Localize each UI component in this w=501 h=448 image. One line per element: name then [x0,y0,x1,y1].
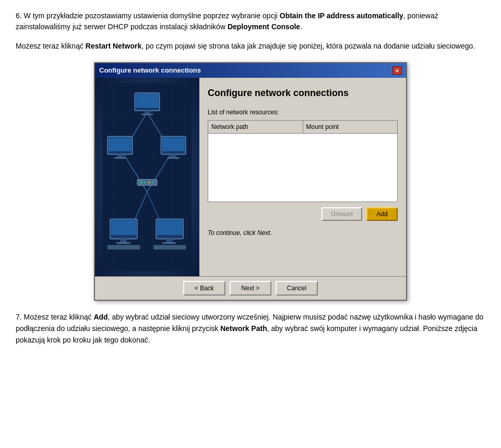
restart-text-before: Możesz teraz kliknąć [16,42,86,50]
svg-rect-27 [120,239,127,242]
dialog-body: Configure network connections List of ne… [95,78,406,276]
dialog-heading: Configure network connections [208,86,398,100]
p6-bold1: Obtain the IP address automatically [280,11,403,20]
back-button[interactable]: < Back [183,281,225,296]
next-button[interactable]: Next > [230,281,271,296]
svg-rect-13 [109,137,132,151]
paragraph-restart: Możesz teraz kliknąć Restart Network, po… [16,41,485,52]
table-body [208,134,397,202]
dialog-title: Configure network connections [99,65,201,76]
svg-point-22 [144,181,146,183]
p6-text-before: 6. W tym przykładzie pozostawiamy ustawi… [16,11,280,20]
svg-rect-14 [117,154,123,157]
dialog-window: Configure network connections × [94,62,407,301]
svg-rect-32 [162,242,176,244]
dialog-titlebar: Configure network connections × [95,63,406,78]
svg-rect-34 [153,245,186,249]
network-svg [100,83,194,271]
paragraph-6: 6. W tym przykładzie pozostawiamy ustawi… [16,10,485,32]
svg-rect-31 [166,239,173,242]
svg-rect-33 [108,245,140,249]
table-action-buttons: Umount Add [208,207,398,221]
continue-text: To continue, click Next. [208,228,398,238]
svg-rect-9 [136,93,159,108]
umount-button[interactable]: Umount [321,207,362,221]
svg-point-24 [152,181,154,183]
dialog-right-panel: Configure network connections List of ne… [199,78,406,276]
svg-rect-15 [114,157,126,159]
svg-rect-19 [168,157,180,159]
svg-rect-10 [144,111,150,114]
p7-bold2: Network Path [220,324,267,333]
svg-rect-18 [171,154,176,157]
col-network-path: Network path [208,121,303,133]
dialog-footer: < Back Next > Cancel [95,276,406,300]
svg-rect-26 [111,220,136,234]
svg-point-23 [148,181,150,183]
p7-text-before: 7. Możesz teraz kliknąć [16,313,93,321]
restart-bold1: Restart Network [86,42,141,50]
network-illustration [95,78,199,276]
p7-bold1: Add [93,313,108,321]
list-of-resources-label: List of network resources: [208,108,398,117]
network-resources-table: Network path Mount point [208,120,398,202]
dialog-screenshot: Configure network connections × [16,62,485,301]
col-mount-point: Mount point [303,121,398,133]
table-header: Network path Mount point [208,121,397,134]
close-button[interactable]: × [392,66,402,75]
svg-rect-17 [162,137,185,151]
p6-text-after: . [300,22,302,31]
add-button[interactable]: Add [366,207,398,221]
p6-bold2: Deployment Console [228,22,300,31]
paragraph-7: 7. Możesz teraz kliknąć Add, aby wybrać … [16,311,485,346]
svg-rect-11 [141,113,153,115]
restart-text-after: , po czym pojawi się strona taka jak zna… [141,42,475,50]
svg-point-21 [140,181,142,183]
cancel-button[interactable]: Cancel [276,281,318,296]
svg-rect-28 [116,242,130,244]
svg-rect-30 [157,220,182,234]
